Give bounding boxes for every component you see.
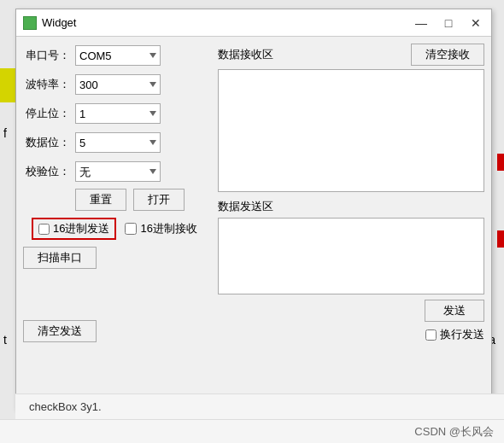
port-select[interactable]: COM5 COM1 COM2 COM3 COM4 xyxy=(75,45,161,66)
baud-select[interactable]: 300 1200 2400 4800 9600 19200 38400 1152… xyxy=(75,74,161,95)
bottom-bar: CSDN @长风会 xyxy=(0,419,504,443)
bottom-checkbox-area: checkBox 3y1. xyxy=(15,393,504,419)
scan-btn-row: 扫描串口 xyxy=(23,247,211,269)
reset-button[interactable]: 重置 xyxy=(75,189,126,211)
content-area: 串口号： COM5 COM1 COM2 COM3 COM4 波特率： 300 1… xyxy=(16,37,491,349)
hex-send-group-highlighted: 16进制发送 xyxy=(32,218,116,240)
baud-label: 波特率： xyxy=(23,77,70,92)
maximize-button[interactable]: □ xyxy=(440,15,457,32)
baud-row: 波特率： 300 1200 2400 4800 9600 19200 38400… xyxy=(23,73,211,96)
left-panel: 串口号： COM5 COM1 COM2 COM3 COM4 波特率： 300 1… xyxy=(23,44,211,342)
close-button[interactable]: ✕ xyxy=(467,15,484,32)
clear-recv-button[interactable]: 清空接收 xyxy=(411,44,484,66)
left-letter-f: f xyxy=(3,126,7,140)
port-label: 串口号： xyxy=(23,48,70,63)
minimize-button[interactable]: — xyxy=(413,15,430,32)
right-panel: 数据接收区 清空接收 数据发送区 发送 换行发送 xyxy=(218,44,484,342)
right-accent-bar-2 xyxy=(497,230,504,248)
parity-row: 校验位： 无 奇校验 偶校验 xyxy=(23,160,211,184)
action-buttons-row: 重置 打开 xyxy=(23,189,211,211)
title-bar: Widget — □ ✕ xyxy=(16,9,491,37)
bottom-checkbox-text: checkBox 3y1. xyxy=(29,400,102,413)
bottom-text: CSDN @长风会 xyxy=(414,424,494,440)
hex-recv-item: 16进制接收 xyxy=(125,221,196,236)
clear-send-row: 清空发送 xyxy=(23,320,211,342)
send-button[interactable]: 发送 xyxy=(425,300,484,322)
newline-send-item: 换行发送 xyxy=(425,327,484,342)
left-letter-t: t xyxy=(3,333,7,347)
send-footer-right: 发送 换行发送 xyxy=(425,300,484,342)
newline-send-label: 换行发送 xyxy=(440,327,484,342)
stopbit-label: 停止位： xyxy=(23,106,70,121)
recv-area-label: 数据接收区 xyxy=(218,47,273,62)
title-bar-controls: — □ ✕ xyxy=(413,15,484,32)
recv-textarea xyxy=(218,69,484,192)
checkbox-row: 16进制发送 16进制接收 xyxy=(23,218,211,240)
window-title: Widget xyxy=(42,16,413,29)
scan-button[interactable]: 扫描串口 xyxy=(23,247,97,269)
right-accent-bar-1 xyxy=(497,154,504,171)
stopbit-select[interactable]: 1 1.5 2 xyxy=(75,103,161,124)
databit-select[interactable]: 5 6 7 8 xyxy=(75,132,161,153)
hex-recv-label: 16进制接收 xyxy=(140,221,196,236)
left-accent-bar xyxy=(0,68,15,102)
stopbit-row: 停止位： 1 1.5 2 xyxy=(23,102,211,125)
send-footer: 发送 换行发送 xyxy=(218,300,484,342)
window-icon xyxy=(23,16,37,30)
open-button[interactable]: 打开 xyxy=(133,189,185,211)
databit-label: 数据位： xyxy=(23,135,70,150)
widget-window: Widget — □ ✕ 串口号： COM5 COM1 COM2 COM3 CO… xyxy=(15,9,492,410)
newline-send-checkbox[interactable] xyxy=(425,329,437,341)
recv-header: 数据接收区 清空接收 xyxy=(218,44,484,66)
send-textarea[interactable] xyxy=(218,218,484,294)
hex-send-label: 16进制发送 xyxy=(53,221,109,236)
clear-send-button[interactable]: 清空发送 xyxy=(23,320,97,342)
databit-row: 数据位： 5 6 7 8 xyxy=(23,131,211,154)
send-area-label: 数据发送区 xyxy=(218,199,484,214)
hex-recv-checkbox[interactable] xyxy=(125,223,137,235)
parity-label: 校验位： xyxy=(23,164,70,179)
hex-send-checkbox[interactable] xyxy=(38,224,50,235)
parity-select[interactable]: 无 奇校验 偶校验 xyxy=(75,161,161,182)
port-row: 串口号： COM5 COM1 COM2 COM3 COM4 xyxy=(23,44,211,67)
